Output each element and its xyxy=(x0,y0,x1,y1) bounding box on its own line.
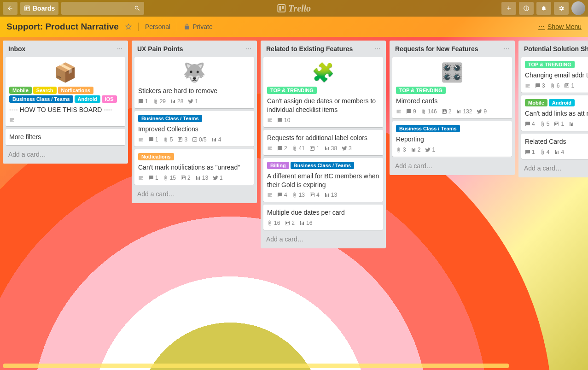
list-menu-icon[interactable]: ⋯ xyxy=(117,46,122,52)
card-badges: 4 5 1 xyxy=(525,121,588,127)
svg-rect-10 xyxy=(181,176,186,180)
list-title[interactable]: Requests for New Features xyxy=(395,45,478,53)
badge-vote: 13 xyxy=(195,175,208,181)
badge-comment: 10 xyxy=(277,117,290,123)
card[interactable]: More filters xyxy=(6,129,125,145)
boards-button[interactable]: Boards xyxy=(20,2,58,15)
label: Business Class / Teams xyxy=(291,162,355,169)
list-menu-icon[interactable]: ⋯ xyxy=(375,46,380,52)
card-title: Can't mark notifications as "unread" xyxy=(138,163,250,172)
badge-vote: 4 xyxy=(554,149,564,155)
label: TOP & TRENDING xyxy=(396,87,446,94)
card[interactable]: 🎛️TOP & TRENDINGMirrored cards 9 146 2 1… xyxy=(392,57,512,118)
svg-rect-15 xyxy=(313,147,314,148)
card[interactable]: MobileAndroidCan't add links as att mobi… xyxy=(521,95,588,131)
badge-twitter: 1 xyxy=(213,175,223,181)
label: Android xyxy=(75,95,100,103)
add-card-button[interactable]: Add a card… xyxy=(392,159,512,172)
info-button[interactable] xyxy=(519,2,534,15)
card-badges xyxy=(9,117,122,123)
badge-desc xyxy=(267,117,273,123)
label: iOS xyxy=(102,95,117,103)
show-menu-button[interactable]: ⋯ Show Menu xyxy=(538,23,582,30)
star-button[interactable] xyxy=(125,23,132,30)
svg-rect-25 xyxy=(565,83,569,88)
notifications-button[interactable] xyxy=(536,2,551,15)
badge-twitter: 1 xyxy=(425,147,435,153)
badge-vote: 4 xyxy=(211,136,221,143)
card[interactable]: Multiple due dates per card 16 2 16 xyxy=(263,205,383,230)
card[interactable]: Business Class / TeamsReporting 3 2 1 xyxy=(392,121,512,157)
trello-logo[interactable]: Trello xyxy=(277,3,311,14)
svg-rect-24 xyxy=(444,110,446,112)
badge-vote: 38 xyxy=(324,145,337,152)
board-canvas[interactable]: Inbox ⋯📦MobileSearchNotficationsBusiness… xyxy=(0,37,588,370)
card-title: Requests for additional label colors xyxy=(267,134,379,142)
card-labels: Business Class / Teams xyxy=(138,115,250,122)
badge-comment: 2 xyxy=(277,145,287,152)
list-title[interactable]: UX Pain Points xyxy=(137,45,183,53)
back-button[interactable] xyxy=(3,2,17,15)
card[interactable]: 🧩TOP & TRENDINGCan't assign due dates or… xyxy=(263,57,383,127)
card-cover: 🐺 xyxy=(138,61,250,84)
card[interactable]: Related Cards 1 4 4 xyxy=(521,134,588,159)
svg-rect-0 xyxy=(25,6,30,11)
card-cover: 🧩 xyxy=(267,61,379,84)
card[interactable]: TOP & TRENDINGChanging email addr to use… xyxy=(521,57,588,93)
list-title[interactable]: Related to Existing Features xyxy=(266,45,353,53)
list: Requests for New Features ⋯🎛️TOP & TREND… xyxy=(390,41,515,175)
search-input[interactable] xyxy=(61,2,144,15)
label: Business Class / Teams xyxy=(9,95,73,103)
card[interactable]: 📦MobileSearchNotficationsBusiness Class … xyxy=(6,57,125,126)
add-card-button[interactable]: Add a card… xyxy=(521,162,588,175)
badge-attach: 5 xyxy=(163,136,173,143)
list: Related to Existing Features ⋯🧩TOP & TRE… xyxy=(261,41,386,248)
card[interactable]: 🐺Stickers are hard to remove 1 29 28 1 xyxy=(134,57,254,108)
settings-button[interactable] xyxy=(554,2,569,15)
card[interactable]: BillingBusiness Class / TeamsA different… xyxy=(263,158,383,202)
add-card-button[interactable]: Add a card… xyxy=(6,148,125,161)
card-badges: 1 5 3 0/5 4 xyxy=(138,136,250,143)
svg-rect-16 xyxy=(310,193,314,197)
privacy-visibility[interactable]: Private xyxy=(184,23,213,30)
card-title: Related Cards xyxy=(525,137,588,146)
svg-rect-1 xyxy=(26,7,27,10)
user-avatar[interactable] xyxy=(571,1,585,15)
badge-comment: 4 xyxy=(525,121,535,127)
add-card-button[interactable]: Add a card… xyxy=(263,233,383,246)
badge-attach: 5 xyxy=(540,121,550,127)
badge-comment: 1 xyxy=(525,149,535,155)
label: TOP & TRENDING xyxy=(267,87,317,94)
badge-vote xyxy=(569,121,576,127)
svg-rect-17 xyxy=(311,194,312,196)
add-card-button[interactable]: Add a card… xyxy=(134,188,254,200)
list-menu-icon[interactable]: ⋯ xyxy=(246,46,251,52)
board-title[interactable]: Support: Product Narrative xyxy=(6,22,119,32)
svg-rect-28 xyxy=(555,122,559,126)
add-button[interactable] xyxy=(501,2,516,15)
card-labels: MobileAndroid xyxy=(525,99,588,106)
top-bar: Boards Trello xyxy=(0,0,588,17)
badge-trello: 2 xyxy=(285,220,295,226)
badge-desc xyxy=(525,83,530,88)
horizontal-scrollbar[interactable] xyxy=(3,364,509,368)
card-badges: 3 6 1 xyxy=(525,82,588,89)
list-title[interactable]: Potential Solution Sh (Monitor) xyxy=(524,45,588,53)
svg-rect-14 xyxy=(311,147,312,149)
card[interactable]: Business Class / TeamsImproved Collectio… xyxy=(134,111,254,147)
badge-desc xyxy=(138,137,144,142)
team-visibility[interactable]: Personal xyxy=(145,23,170,30)
svg-rect-12 xyxy=(184,176,185,178)
list-menu-icon[interactable]: ⋯ xyxy=(504,46,509,52)
badge-comment: 9 xyxy=(406,108,416,115)
card-badges: 1 29 28 1 xyxy=(138,98,250,105)
badge-trello: 4 xyxy=(309,192,320,198)
card-title: Can't assign due dates or members to ind… xyxy=(267,97,379,114)
search-icon xyxy=(134,5,140,12)
svg-rect-26 xyxy=(565,84,567,87)
list-title[interactable]: Inbox xyxy=(8,45,25,53)
card-labels: TOP & TRENDING xyxy=(396,87,508,94)
card[interactable]: NotficationsCan't mark notifications as … xyxy=(134,149,254,185)
card[interactable]: Requests for additional label colors 2 4… xyxy=(263,130,383,155)
svg-rect-13 xyxy=(310,146,314,150)
